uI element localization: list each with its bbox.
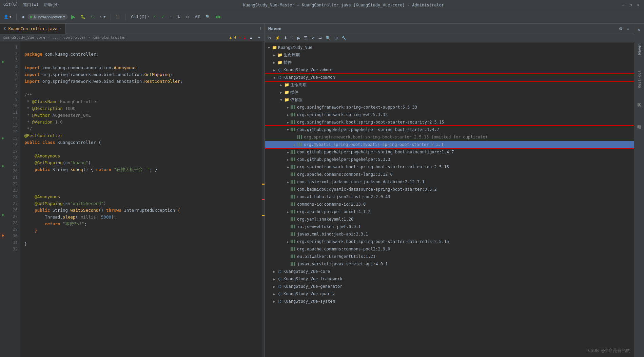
maven-tree-button[interactable]: ⊞ [333,35,339,41]
scroll-marks[interactable] [262,41,265,357]
tree-dep9-arrow[interactable]: ▶ [285,180,291,184]
tree-dep1[interactable]: ▶ ▌▌▌ org.springframework:spring-context… [265,104,634,111]
maven-settings-button[interactable]: ⚙ [618,26,624,32]
tree-quartz-arrow[interactable]: ▶ [272,292,277,296]
tree-dep2-arrow[interactable]: ▶ [285,113,291,117]
tree-deps-arrow[interactable]: ▼ [278,98,284,102]
tab-close-button[interactable]: ✕ [59,27,61,31]
tree-dep14[interactable]: ▌▌▌ org.yaml:snakeyaml:1.28 [265,215,634,223]
maven-tree[interactable]: ▼ 📁 KuangStudy_Vue ▶ 📁 生命周期 ▶ 📁 插件 [265,42,634,357]
nav-up-button[interactable]: ▲ [248,35,254,40]
maven-add-button[interactable]: + [290,35,295,41]
search-everywhere[interactable]: 🔍 [203,13,212,20]
close-button[interactable]: ✕ [636,3,641,7]
tree-plugins2-arrow[interactable]: ▶ [278,91,284,94]
sidebar-notify-label[interactable]: 通知 [635,103,643,117]
tree-core[interactable]: ▶ ⬡ KuangStudy_Vue-core [265,268,634,275]
tree-dep6[interactable]: ▶ ▌▌▌ com.github.pagehelper:pagehelper:5… [265,156,634,163]
tree-dep15[interactable]: ▌▌▌ io.jsonwebtoken:jjwt:0.9.1 [265,223,634,230]
tree-dep4-arrow[interactable]: ▼ [285,128,291,132]
restore-button[interactable]: ❐ [628,3,633,7]
stop-button[interactable]: ⬛ [114,13,122,20]
maven-reload-button[interactable]: ↻ [267,35,273,41]
tree-dep17-arrow[interactable]: ▶ [285,240,291,244]
tree-deps[interactable]: ▼ 📁 依赖项 [265,96,634,104]
sidebar-resttool-label[interactable]: RestTool [635,68,643,91]
editor-more-button[interactable]: ⋮ [257,25,265,32]
tree-dep1-arrow[interactable]: ▶ [285,106,291,109]
tree-core-arrow[interactable]: ▶ [272,270,277,274]
tree-root[interactable]: ▼ 📁 KuangStudy_Vue [265,44,634,51]
maven-generate-button[interactable]: ⚡ [274,35,281,41]
tree-dep18[interactable]: ▌▌▌ org.apache.commons:commons-pool2:2.9… [265,245,634,253]
tree-generator-arrow[interactable]: ▶ [272,285,277,288]
run-config-dropdown[interactable]: ▶ RuoYiApplication▾ [27,14,68,20]
tree-dep13-arrow[interactable]: ▶ [285,210,291,214]
git-checkmark1[interactable]: ✓ [151,13,158,20]
tree-dep10[interactable]: ▌▌▌ com.baomidou:dynamic-datasource-spri… [265,186,634,193]
tree-dep4a[interactable]: ▌▌▌ org.springframework.boot:spring-boot… [265,133,634,141]
sidebar-maven-label[interactable]: Maven [635,39,643,59]
more-run-button[interactable]: ⋯▾ [98,13,108,20]
tree-framework-arrow[interactable]: ▶ [272,277,277,281]
tree-common-arrow[interactable]: ▼ [272,76,277,79]
tree-lifecycle2-arrow[interactable]: ▶ [278,83,284,87]
sidebar-icon-maven[interactable]: ⚙ [635,25,643,34]
menu-window[interactable]: 窗口(W) [23,2,39,8]
code-content[interactable]: package com.kuang.controller; import com… [20,41,262,357]
debug-button[interactable]: 🐛 [79,13,87,20]
tree-dep6-arrow[interactable]: ▶ [285,158,291,162]
tree-dep4[interactable]: ▼ ▌▌▌ com.github.pagehelper:pagehelper-s… [265,126,634,133]
maven-more-button[interactable]: ≡ [625,26,630,32]
tree-dep13[interactable]: ▶ ▌▌▌ org.apache.poi:poi-ooxml:4.1.2 [265,208,634,215]
tree-dep2[interactable]: ▶ ▌▌▌ org.springframework:spring-web:5.3… [265,111,634,118]
maven-phase-button[interactable]: ☰ [303,35,309,41]
sidebar-translate-label[interactable]: 翻译 [635,125,643,139]
nav-down-button[interactable]: ▼ [256,35,262,40]
tree-dep3[interactable]: ▶ ▌▌▌ org.springframework.boot:spring-bo… [265,118,634,126]
tree-dep16[interactable]: ▌▌▌ javax.xml.bind:jaxb-api:2.3.1 [265,230,634,238]
editor-tab-kuangcontroller[interactable]: C KuangController.java ✕ [0,24,66,34]
tree-quartz[interactable]: ▶ ⬡ KuangStudy_Vue-quartz [265,290,634,298]
tree-dep11[interactable]: ▌▌▌ com.alibaba.fastjson2:fastjson2:2.0.… [265,193,634,201]
menu-git[interactable]: Git(G) [3,2,18,8]
tree-lifecycle1-arrow[interactable]: ▶ [272,53,277,57]
tree-dep7-arrow[interactable]: ▶ [285,165,291,169]
tree-dep9[interactable]: ▶ ▌▌▌ com.fasterxml.jackson.core:jackson… [265,178,634,186]
tree-dep3-arrow[interactable]: ▶ [285,120,291,124]
tree-framework[interactable]: ▶ ⬡ KuangStudy_Vue-framework [265,275,634,283]
menu-help[interactable]: 帮助(H) [44,2,59,8]
tree-root-arrow[interactable]: ▼ [266,46,272,50]
tree-dep8[interactable]: ▌▌▌ org.apache.commons:commons-lang3:3.1… [265,171,634,178]
tree-system[interactable]: ▶ ⬡ KuangStudy_Vue-system [265,298,634,305]
toolbar-profile-btn[interactable]: 👤▾ [2,13,14,20]
maven-tool-button[interactable]: 🔧 [340,35,348,41]
run-button[interactable]: ▶ [69,12,77,21]
tree-dep17[interactable]: ▶ ▌▌▌ org.springframework.boot:spring-bo… [265,238,634,245]
tree-plugins1[interactable]: ▶ 📁 插件 [265,59,634,66]
git-checkmark2[interactable]: ✓ [159,13,167,20]
tree-system-arrow[interactable]: ▶ [272,300,277,303]
tree-lifecycle1[interactable]: ▶ 📁 生命周期 [265,51,634,59]
coverage-button[interactable]: 🛡 [89,14,97,20]
run-anything[interactable]: ▶▶ [214,13,223,20]
tree-admin-arrow[interactable]: ▶ [272,68,277,72]
tree-dep7[interactable]: ▶ ▌▌▌ org.springframework.boot:spring-bo… [265,163,634,171]
tree-dep12[interactable]: ▌▌▌ commons-io:commons-io:2.13.0 [265,201,634,208]
maven-skip-button[interactable]: ⊘ [310,35,316,41]
minimize-button[interactable]: — [621,3,626,7]
git-push[interactable]: ↑ [168,14,174,20]
git-translate[interactable]: Aℤ [193,13,202,20]
tree-generator[interactable]: ▶ ⬡ KuangStudy_Vue-generator [265,283,634,290]
maven-run-button[interactable]: ▶ [296,35,301,41]
tree-dep4b-arrow[interactable]: ▶ [292,143,297,147]
tree-dep20[interactable]: ▌▌▌ javax.servlet:javax.servlet-api:4.0.… [265,260,634,268]
toolbar-back-btn[interactable]: ◀ [19,13,26,20]
maven-download-button[interactable]: ⬇ [282,35,289,41]
tree-dep4b[interactable]: ▶ ▌▌▌ org.mybatis.spring.boot:mybatis-sp… [265,141,634,148]
tree-dep5-arrow[interactable]: ▶ [285,150,291,154]
maven-toggle-button[interactable]: ⇌ [317,35,323,41]
git-pull[interactable]: ↻ [175,13,182,20]
tree-lifecycle2[interactable]: ▶ 📁 生命周期 [265,81,634,89]
tree-dep5[interactable]: ▶ ▌▌▌ com.github.pagehelper:pagehelper-s… [265,148,634,156]
